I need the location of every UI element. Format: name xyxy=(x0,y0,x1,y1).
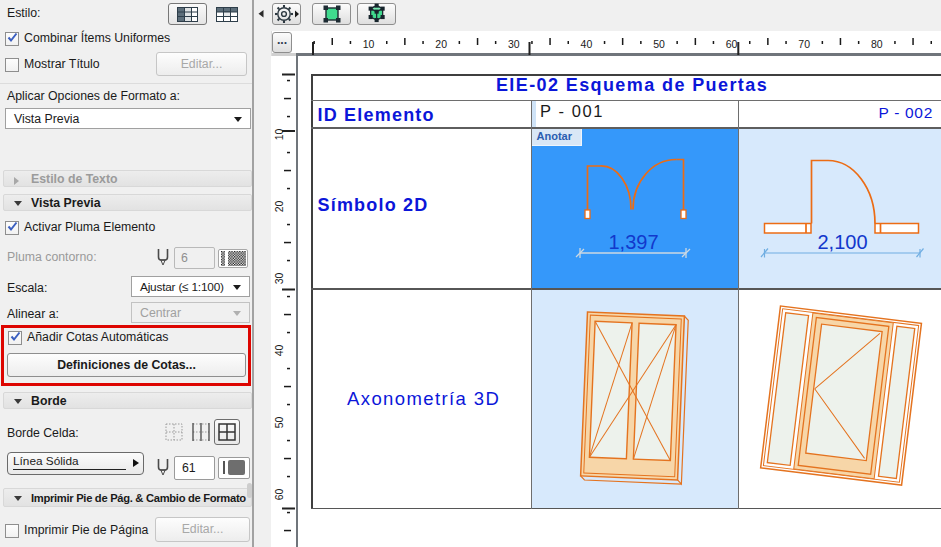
svg-text:50: 50 xyxy=(653,38,665,50)
svg-text:40: 40 xyxy=(581,38,593,50)
svg-text:80: 80 xyxy=(871,38,883,50)
svg-text:20: 20 xyxy=(273,200,285,212)
svg-text:2,100: 2,100 xyxy=(817,230,867,252)
svg-text:30: 30 xyxy=(273,272,285,284)
svg-text:50: 50 xyxy=(273,416,285,428)
svg-text:60: 60 xyxy=(273,488,285,500)
svg-text:30: 30 xyxy=(508,38,520,50)
svg-text:20: 20 xyxy=(435,38,447,50)
svg-text:60: 60 xyxy=(726,38,738,50)
svg-text:10: 10 xyxy=(363,38,375,50)
svg-text:1,397: 1,397 xyxy=(608,230,658,252)
svg-text:40: 40 xyxy=(273,344,285,356)
svg-text:70: 70 xyxy=(798,38,810,50)
